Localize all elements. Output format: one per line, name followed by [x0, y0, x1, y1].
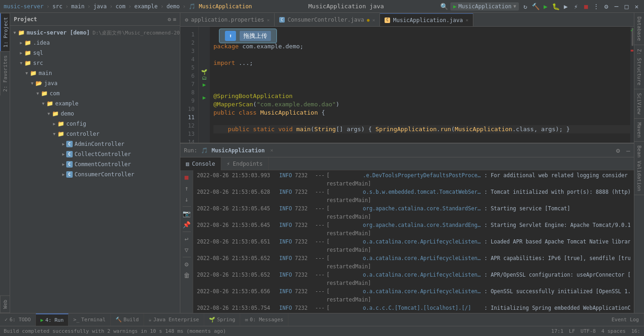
line-num-3: 3	[180, 47, 198, 55]
minimize-icon[interactable]: ─	[613, 3, 620, 10]
log-line: 2022-08-26 21:53:05.651 INFO 7232 --- [ …	[193, 238, 634, 254]
tree-controller[interactable]: ▼ 📁 controller	[10, 129, 180, 139]
sidebar-tab-project[interactable]: 1: Project	[0, 13, 10, 51]
endpoints-tab[interactable]: ⚡ Endpoints	[221, 157, 269, 170]
bottom-panel: Run: 🎵 MusicApplication ✕ ⚙ — ▥ Console …	[180, 143, 634, 313]
scroll-up-button[interactable]: ↑	[182, 183, 192, 193]
debug-icon[interactable]: 🐛	[552, 3, 559, 10]
console-tab[interactable]: ▥ Console	[180, 157, 221, 170]
right-tab-maven[interactable]: Maven	[634, 119, 644, 142]
bottom-tab-todo[interactable]: ✓ 6: TODO	[0, 313, 36, 326]
log-class: o.a.catalina.core.AprLifecycleListener	[363, 271, 483, 279]
tab-close-music-app[interactable]: ✕	[466, 17, 468, 23]
tree-idea[interactable]: ▶ 📁 .idea	[10, 38, 180, 48]
screenshot-button[interactable]: 📷	[182, 209, 192, 219]
mapper-gutter-icon[interactable]: 🗂	[202, 75, 207, 81]
todo-icon: ✓	[5, 317, 8, 323]
line-ending: LF	[569, 328, 575, 334]
error-marker	[631, 50, 633, 52]
stop-icon[interactable]: ■	[582, 3, 590, 10]
tab-close-properties[interactable]: ✕	[267, 17, 270, 23]
tab-consumer-controller[interactable]: C ConsumerController.java ● ✕	[275, 13, 380, 26]
tree-consumer-controller[interactable]: ▶ C ConsumerController	[10, 169, 180, 180]
log-thread: [ restartedMain]	[327, 204, 361, 221]
log-message: : OpenSSL successfully initialized [Open…	[484, 287, 630, 295]
coverage-icon[interactable]: ▶	[562, 3, 569, 10]
tree-config[interactable]: ▶ 📁 config	[10, 119, 180, 129]
tree-com[interactable]: ▼ 📁 com	[10, 88, 180, 98]
run-minimize-icon[interactable]: —	[627, 147, 630, 154]
tab-application-properties[interactable]: ⚙ application.properties ✕	[180, 13, 275, 26]
bottom-tab-terminal[interactable]: >_ Terminal	[69, 313, 110, 326]
trash-button[interactable]: 🗑	[182, 270, 192, 280]
app-title: MusicApplication java	[252, 3, 440, 10]
more-icon[interactable]: ⋮	[592, 3, 600, 10]
bottom-tab-run[interactable]: ▶ 4: Run	[36, 313, 69, 326]
tree-src[interactable]: ▼ 📁 src	[10, 58, 180, 68]
settings-icon[interactable]: ⚙	[603, 3, 610, 10]
sync-icon[interactable]: ↻	[522, 3, 529, 10]
right-tab-structure[interactable]: Z: Structure	[634, 45, 644, 89]
tree-main[interactable]: ▼ 📁 main	[10, 68, 180, 78]
editor-scrollbar[interactable]: ✓	[630, 27, 634, 143]
spring-icon: 🌱	[209, 317, 215, 323]
run-config-selector[interactable]: ▶ MusicApplication ▼	[450, 2, 519, 11]
stop-run-button[interactable]: ■	[182, 172, 192, 182]
search-icon[interactable]: 🔍	[440, 3, 448, 10]
log-separator: ---	[315, 204, 325, 213]
code-editor[interactable]: 1 2 3 4 5 6 7 8 9 10 11 12 13 14 15 16 1	[180, 27, 634, 143]
log-timestamp: 2022-08-26 21:53:05.645	[197, 221, 277, 229]
right-tab-database[interactable]: Database	[634, 13, 644, 45]
bottom-tab-build[interactable]: 🔨 Build	[111, 313, 144, 326]
right-tab-bean[interactable]: Bean Validation	[634, 142, 644, 195]
spring-boot-gutter-icon[interactable]: 🌱	[201, 69, 207, 75]
build-icon[interactable]: 🔨	[532, 3, 539, 10]
run-settings-icon[interactable]: ⚙	[616, 147, 620, 154]
panel-gear-icon[interactable]: ≡	[173, 16, 176, 23]
close-icon[interactable]: ✕	[633, 3, 640, 10]
editor-tabs: ⚙ application.properties ✕ C ConsumerCon…	[180, 13, 634, 27]
tree-demo[interactable]: ▼ 📁 demo	[10, 109, 180, 119]
bottom-tab-java-enterprise[interactable]: ☕ Java Enterprise	[144, 313, 204, 326]
run-gutter-icon[interactable]: ▶	[202, 81, 206, 88]
tab-music-application[interactable]: C MusicApplication.java ✕	[380, 13, 473, 26]
log-pid: 7232	[295, 221, 313, 229]
toolbar-separator-3	[183, 257, 191, 257]
run-tab-close-icon[interactable]: ✕	[270, 147, 274, 153]
run-icon[interactable]: ▶	[542, 3, 549, 10]
tree-admin-controller[interactable]: ▶ C AdminController	[10, 139, 180, 149]
filter-button[interactable]: ▽	[182, 245, 192, 255]
profile-icon[interactable]: ⚡	[572, 3, 580, 10]
wrap-button[interactable]: ↩	[182, 234, 192, 244]
maximize-icon[interactable]: □	[623, 3, 630, 10]
scroll-down-button[interactable]: ↓	[182, 194, 192, 204]
run-panel-header: Run: 🎵 MusicApplication ✕ ⚙ —	[180, 144, 634, 157]
code-content[interactable]: ⬆ 拖拽上传 package com.example.demo; import …	[210, 27, 634, 143]
tree-java[interactable]: ▼ 📂 java	[10, 78, 180, 88]
panel-cog-icon[interactable]: ⚙	[168, 16, 171, 23]
pin-button[interactable]: 📌	[182, 220, 192, 230]
tab-close-consumer[interactable]: ✕	[372, 17, 375, 23]
log-level: INFO	[279, 287, 293, 295]
line-num-14: 14	[180, 138, 198, 143]
settings-button[interactable]: ⚙	[182, 259, 192, 269]
drag-upload-popup[interactable]: ⬆ 拖拽上传	[219, 29, 277, 43]
sidebar-tab-web[interactable]: Web	[0, 295, 10, 313]
tree-collect-controller[interactable]: ▶ C CollectController	[10, 149, 180, 159]
log-level: INFO	[279, 254, 293, 262]
tree-comment-controller[interactable]: ▶ C CommentController	[10, 159, 180, 169]
tree-sql[interactable]: ▶ 📁 sql	[10, 48, 180, 58]
bottom-tab-messages[interactable]: ✉ 0: Messages	[240, 313, 288, 326]
endpoints-icon: ⚡	[227, 161, 230, 167]
run-main-gutter-icon[interactable]: ▶	[202, 94, 206, 101]
bottom-tab-spring[interactable]: 🌱 Spring	[204, 313, 241, 326]
sql-folder-icon: 📁	[24, 49, 31, 57]
sidebar-tab-favorites[interactable]: 2: Favorites	[0, 51, 10, 95]
right-tab-sciview[interactable]: SciView	[634, 89, 644, 118]
tree-root[interactable]: ▼ 📁 music-server [demo] D:\桌面文件\Music_re…	[10, 28, 180, 38]
tree-example[interactable]: ▼ 📁 example	[10, 98, 180, 109]
bottom-tab-event-log[interactable]: Event Log	[607, 313, 644, 326]
log-message: : Tomcat initialized with port(s): 8888 …	[484, 188, 630, 196]
project-panel-header: Project ⚙ ≡	[10, 13, 180, 26]
demo-expand-icon: ▼	[46, 111, 52, 116]
